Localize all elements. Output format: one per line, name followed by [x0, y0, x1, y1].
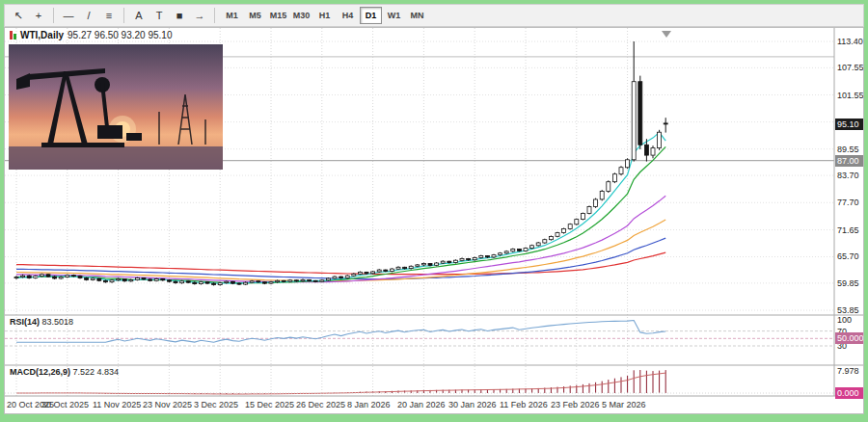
candle-body — [377, 270, 381, 272]
text-label-tool-button[interactable]: T — [149, 7, 169, 24]
candle-body — [453, 260, 457, 262]
candle-body — [199, 282, 203, 284]
timeframe-d1-button[interactable]: D1 — [360, 7, 382, 24]
candle-body — [658, 132, 662, 147]
candle-body — [186, 281, 190, 282]
arrows-tool-button[interactable]: → — [190, 7, 209, 24]
candle-body — [403, 267, 407, 268]
candle-body — [467, 258, 471, 259]
candle-body — [301, 279, 305, 280]
candle-body — [607, 182, 610, 192]
candle-body — [594, 199, 598, 207]
horizontal-line-tool-button[interactable]: — — [59, 7, 78, 24]
candle-body — [543, 240, 547, 243]
timeframe-h1-button[interactable]: H1 — [313, 7, 336, 24]
candle-body — [40, 275, 43, 277]
candle-body — [257, 281, 260, 282]
candle-body — [117, 278, 121, 279]
candle-body — [193, 282, 197, 283]
candle-body — [473, 257, 476, 259]
cursor-tool-button[interactable]: ↖ — [9, 7, 28, 24]
drawing-tools-group: ↖+—/≡AT■→ — [9, 7, 219, 24]
candle-body — [326, 278, 330, 280]
candle-body — [492, 255, 496, 257]
timeframe-m1-button[interactable]: M1 — [221, 7, 243, 24]
timeframe-m15-button[interactable]: M15 — [267, 7, 289, 24]
candle-body — [174, 281, 177, 282]
candle-body — [333, 277, 337, 278]
candle-body — [504, 251, 508, 253]
candle-body — [352, 274, 356, 276]
candle-body — [135, 278, 139, 280]
candle-body — [479, 256, 483, 258]
timeframe-mn-button[interactable]: MN — [406, 7, 428, 24]
candle-body — [122, 278, 126, 280]
candle-body — [448, 261, 451, 262]
candle-body — [517, 250, 521, 251]
candle-body — [269, 282, 273, 283]
candle-body — [664, 123, 667, 124]
candle-body — [651, 148, 655, 156]
macd-values: 7.522 4.834 — [73, 367, 120, 377]
candle-body — [212, 283, 216, 284]
candle-body — [626, 160, 630, 168]
candle-body — [244, 282, 248, 284]
trendline-tool-button[interactable]: / — [79, 7, 98, 24]
candle-body — [313, 280, 317, 281]
crosshair-tool-button[interactable]: + — [29, 7, 48, 24]
candle-body — [97, 278, 101, 280]
candle-body — [149, 279, 152, 280]
candle-body — [619, 168, 623, 174]
candle-body — [250, 281, 254, 282]
candle-body — [282, 280, 285, 281]
candle-body — [66, 276, 69, 277]
candle-body — [129, 279, 133, 280]
candles-icon — [10, 31, 16, 40]
timeframe-w1-button[interactable]: W1 — [383, 7, 405, 24]
candle-body — [154, 278, 158, 280]
candle-body — [161, 278, 165, 279]
symbol-period-label: WTI,Daily — [20, 30, 64, 40]
candle-body — [276, 280, 280, 281]
trading-platform-window: ↖+—/≡AT■→ M1M5M15M30H1H4D1W1MN — [0, 0, 868, 422]
candle-body — [46, 275, 50, 277]
candle-body — [568, 224, 572, 229]
timeframe-m5-button[interactable]: M5 — [244, 7, 266, 24]
oilfield-sunset-photo — [9, 44, 223, 170]
candle-body — [91, 278, 95, 279]
timeframe-h4-button[interactable]: H4 — [337, 7, 359, 24]
candle-body — [390, 269, 393, 271]
candle-body — [218, 283, 222, 285]
candle-body — [21, 276, 25, 277]
macd-indicator-label: MACD(12,26,9) 7.522 4.834 — [10, 367, 119, 377]
candle-body — [421, 264, 425, 265]
candle-body — [409, 266, 413, 268]
chart-title: WTI,Daily 95.27 96.50 93.20 95.10 — [10, 30, 172, 40]
candle-body — [435, 263, 439, 265]
candle-body — [460, 258, 464, 260]
chart-shift-marker-icon[interactable] — [662, 31, 671, 38]
candle-body — [308, 279, 312, 280]
candle-body — [53, 277, 57, 278]
timeframe-buttons-group: M1M5M15M30H1H4D1W1MN — [221, 7, 428, 24]
chart-region[interactable]: WTI,Daily 95.27 96.50 93.20 95.10 RSI(14… — [4, 27, 864, 414]
candle-body — [110, 280, 114, 282]
candle-body — [180, 281, 184, 283]
candle-body — [384, 270, 388, 271]
candle-body — [428, 264, 432, 266]
candle-body — [167, 280, 171, 281]
oil-pumpjack-illustration — [9, 44, 223, 170]
candle-body — [556, 233, 559, 237]
candle-body — [71, 276, 75, 277]
fibonacci-tool-button[interactable]: ≡ — [99, 7, 119, 24]
timeframe-m30-button[interactable]: M30 — [290, 7, 312, 24]
candle-body — [632, 82, 636, 160]
candle-body — [14, 277, 18, 278]
candle-body — [27, 276, 31, 277]
shapes-tool-button[interactable]: ■ — [170, 7, 189, 24]
candle-body — [371, 272, 375, 274]
candle-body — [85, 278, 89, 280]
text-tool-button[interactable]: A — [129, 7, 149, 24]
candle-body — [34, 277, 38, 278]
candle-body — [416, 265, 420, 266]
